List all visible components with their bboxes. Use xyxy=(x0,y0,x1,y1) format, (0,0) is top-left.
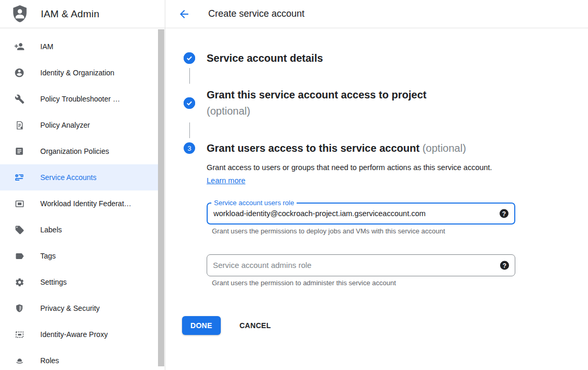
sidebar-item-settings[interactable]: Settings xyxy=(0,269,159,295)
form-actions: DONE CANCEL xyxy=(182,316,588,335)
admins-role-input[interactable] xyxy=(207,255,515,276)
sidebar-item-workload-identity-federation[interactable]: Workload Identity Federat… xyxy=(0,190,159,217)
sidebar-nav: IAM Identity & Organization Policy Troub… xyxy=(0,28,159,370)
cancel-button[interactable]: CANCEL xyxy=(240,321,271,330)
step-optional-text: (optional) xyxy=(422,142,466,154)
sidebar-item-label: Privacy & Security xyxy=(40,304,100,312)
step-number: 3 xyxy=(187,144,191,152)
step-title: Grant users access to this service accou… xyxy=(207,141,466,155)
page-header: Create service account xyxy=(165,0,588,28)
badge-card-icon xyxy=(14,198,25,209)
sidebar-item-label: Identity-Aware Proxy xyxy=(40,330,108,339)
service-account-icon xyxy=(14,172,25,183)
sidebar-item-identity-aware-proxy[interactable]: Identity-Aware Proxy xyxy=(0,321,159,347)
step-title: Grant this service account access to pro… xyxy=(207,87,426,119)
sidebar-item-tags[interactable]: Tags xyxy=(0,243,159,269)
sidebar-item-iam[interactable]: IAM xyxy=(0,33,159,60)
sidebar-item-label: Policy Analyzer xyxy=(40,121,90,129)
person-add-icon xyxy=(14,41,25,52)
sidebar-item-label: Identity & Organization xyxy=(40,69,115,77)
step-optional-text: (optional) xyxy=(207,105,250,117)
step-grant-access-to-project[interactable]: Grant this service account access to pro… xyxy=(184,87,588,119)
step-connector xyxy=(189,68,190,84)
sidebar-scrollbar xyxy=(158,29,164,370)
app-window: IAM & Admin IAM Identity & Organization xyxy=(0,0,588,370)
check-circle-icon xyxy=(184,97,195,109)
main-panel: Create service account Service account d… xyxy=(165,0,588,370)
step-number-badge: 3 xyxy=(184,142,195,154)
label-arrow-icon xyxy=(14,251,25,261)
step-3-body: Grant access to users or groups that nee… xyxy=(207,161,588,335)
sidebar-title: IAM & Admin xyxy=(41,8,99,20)
sidebar-item-roles[interactable]: Roles xyxy=(0,347,159,370)
step-description: Grant access to users or groups that nee… xyxy=(207,161,495,187)
iam-admin-shield-icon xyxy=(10,4,29,25)
create-service-account-form: Service account details Grant this servi… xyxy=(165,28,588,335)
step-grant-users-access: 3 Grant users access to this service acc… xyxy=(184,141,588,155)
sidebar-item-label: Tags xyxy=(40,252,56,260)
admins-role-field: ? xyxy=(207,254,515,276)
description-text: Grant access to users or groups that nee… xyxy=(207,163,492,172)
sidebar-item-label: Roles xyxy=(40,356,59,365)
users-role-field: Service account users role ? xyxy=(207,203,515,225)
article-icon xyxy=(14,146,25,156)
sidebar-item-service-accounts[interactable]: Service Accounts xyxy=(0,164,159,190)
sidebar: IAM & Admin IAM Identity & Organization xyxy=(0,0,165,370)
sidebar-item-label: Service Accounts xyxy=(40,173,96,182)
sidebar-item-privacy-security[interactable]: Privacy & Security xyxy=(0,295,159,321)
sidebar-item-label: IAM xyxy=(40,42,53,51)
step-title-text: Grant this service account access to pro… xyxy=(207,89,426,100)
policy-analyzer-icon xyxy=(14,120,25,130)
tag-icon xyxy=(14,225,25,235)
step-title-text: Grant users access to this service accou… xyxy=(207,142,420,154)
sidebar-item-label: Organization Policies xyxy=(40,147,109,155)
sidebar-item-label: Policy Troubleshooter … xyxy=(40,95,120,103)
sidebar-item-identity-organization[interactable]: Identity & Organization xyxy=(0,60,159,86)
sidebar-item-label: Workload Identity Federat… xyxy=(40,199,131,208)
sidebar-header: IAM & Admin xyxy=(0,0,165,28)
users-role-helper-text: Grant users the permissions to deploy jo… xyxy=(212,227,588,236)
shield-icon xyxy=(14,303,25,313)
admins-role-helper-text: Grant users the permission to administer… xyxy=(212,279,588,287)
sidebar-item-label: Labels xyxy=(40,226,62,234)
sidebar-item-label: Settings xyxy=(40,278,67,286)
page-title: Create service account xyxy=(208,8,304,19)
done-button[interactable]: DONE xyxy=(182,316,221,335)
gear-icon xyxy=(14,277,25,287)
roles-hat-icon xyxy=(14,355,25,366)
users-role-input[interactable] xyxy=(208,204,514,223)
wrench-icon xyxy=(14,94,25,104)
help-icon[interactable]: ? xyxy=(500,209,508,218)
help-icon[interactable]: ? xyxy=(500,261,509,270)
sidebar-item-labels[interactable]: Labels xyxy=(0,217,159,243)
step-title: Service account details xyxy=(207,51,323,65)
arrow-back-icon xyxy=(178,8,190,20)
account-circle-icon xyxy=(14,68,25,78)
sidebar-item-policy-analyzer[interactable]: Policy Analyzer xyxy=(0,112,159,138)
back-button[interactable] xyxy=(178,8,190,20)
step-connector xyxy=(189,122,190,138)
learn-more-link[interactable]: Learn more xyxy=(207,176,245,185)
step-service-account-details[interactable]: Service account details xyxy=(184,51,588,65)
sidebar-item-organization-policies[interactable]: Organization Policies xyxy=(0,138,159,164)
sidebar-scrollbar-thumb[interactable] xyxy=(158,29,164,366)
proxy-icon xyxy=(14,329,25,340)
sidebar-item-policy-troubleshooter[interactable]: Policy Troubleshooter … xyxy=(0,86,159,112)
check-circle-icon xyxy=(184,52,195,64)
